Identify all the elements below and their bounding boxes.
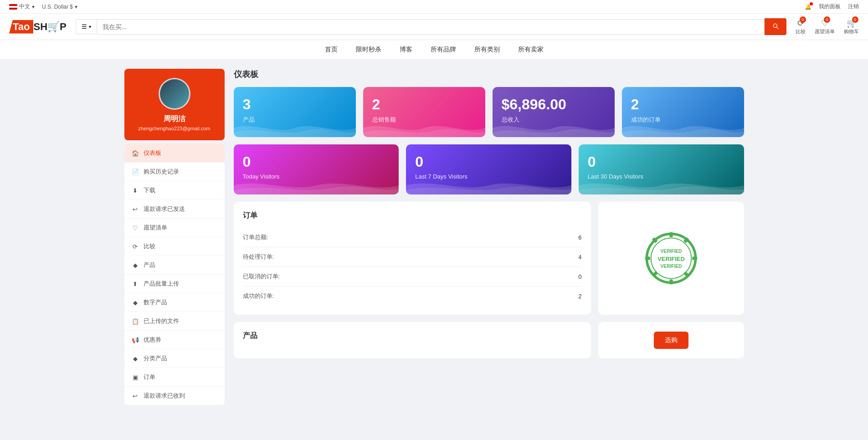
wishlist-label: 愿望清单 bbox=[815, 28, 835, 35]
sidebar-item-purchase-history[interactable]: 📄 购买历史记录 bbox=[124, 163, 225, 181]
nav-home[interactable]: 首页 bbox=[325, 46, 338, 54]
top-bar: 中文 ▾ U.S. Dollar $ ▾ 🔔 我的面板 注销 bbox=[0, 0, 868, 14]
cart-label: 购物车 bbox=[844, 28, 859, 35]
sidebar-item-label: 数字产品 bbox=[144, 298, 167, 307]
sidebar-item-products[interactable]: ◆ 产品 bbox=[124, 256, 225, 275]
stat-cards-row2: 0 Today Visitors 0 Last 7 Days Visitors … bbox=[234, 144, 744, 194]
orders-icon: ▣ bbox=[132, 374, 139, 381]
stat-card-7days-visitors: 0 Last 7 Days Visitors bbox=[406, 144, 571, 194]
avatar-image bbox=[160, 78, 189, 110]
svg-rect-4 bbox=[645, 256, 650, 260]
sidebar-item-bulk-upload[interactable]: ⬆ 产品批量上传 bbox=[124, 275, 225, 293]
orders-panel-title: 订单 bbox=[243, 211, 582, 220]
heart-icon: ♡ bbox=[132, 225, 139, 231]
nav-blog[interactable]: 博客 bbox=[400, 46, 412, 54]
order-row-value: 0 bbox=[578, 273, 581, 280]
sidebar-item-label: 产品批量上传 bbox=[144, 280, 179, 288]
avatar bbox=[159, 78, 190, 110]
sidebar-item-label: 退款请求已收到 bbox=[144, 392, 185, 400]
my-dashboard-link[interactable]: 我的面板 bbox=[819, 3, 841, 10]
home-icon: 🏠 bbox=[132, 150, 139, 157]
select-button[interactable]: 选购 bbox=[654, 332, 688, 349]
sidebar-item-category-products[interactable]: ◆ 分类产品 bbox=[124, 349, 225, 368]
sidebar-item-coupons[interactable]: 📢 优惠券 bbox=[124, 331, 225, 349]
compare-icon: ⟳ bbox=[132, 243, 139, 250]
refund-received-icon: ↩ bbox=[132, 393, 139, 399]
bell-badge bbox=[810, 2, 813, 5]
sidebar-item-label: 比较 bbox=[144, 242, 155, 251]
wave-decoration bbox=[363, 119, 485, 137]
sidebar-menu: 🏠 仪表板 📄 购买历史记录 ⬇ 下载 ↩ 退款请求已发送 ♡ 愿望清单 ⟳ 比 bbox=[124, 144, 225, 405]
category-icon: ◆ bbox=[132, 355, 139, 362]
chevron-down-icon: ▾ bbox=[89, 24, 91, 29]
search-area: ☰ ▾ bbox=[76, 18, 786, 35]
products-panel-title: 产品 bbox=[243, 331, 582, 341]
search-input[interactable] bbox=[97, 19, 765, 35]
currency-label: U.S. Dollar $ bbox=[42, 4, 73, 10]
sidebar: 周明洁 zhengchenghao223@gmail.com 🏠 仪表板 📄 购… bbox=[124, 69, 225, 405]
svg-rect-3 bbox=[669, 279, 673, 284]
profile-name: 周明洁 bbox=[134, 114, 216, 124]
sidebar-item-refund-received[interactable]: ↩ 退款请求已收到 bbox=[124, 387, 225, 405]
diamond-icon: ◆ bbox=[132, 262, 139, 269]
compare-label: 比较 bbox=[796, 28, 806, 35]
logout-link[interactable]: 注销 bbox=[848, 3, 859, 10]
svg-rect-2 bbox=[669, 232, 673, 237]
stat-card-value: 0 bbox=[243, 153, 390, 170]
nav-brands[interactable]: 所有品牌 bbox=[431, 46, 456, 54]
order-row-label: 订单总额: bbox=[243, 233, 268, 241]
sidebar-item-digital-products[interactable]: ◆ 数字产品 bbox=[124, 293, 225, 312]
wave-decoration bbox=[234, 176, 399, 194]
order-row-successful: 成功的订单: 2 bbox=[243, 287, 582, 306]
wishlist-badge: 0 bbox=[824, 16, 830, 23]
stat-card-value: 0 bbox=[588, 153, 735, 170]
refund-icon: ↩ bbox=[132, 206, 139, 213]
sidebar-item-label: 下载 bbox=[144, 186, 155, 194]
sidebar-item-downloads[interactable]: ⬇ 下载 bbox=[124, 181, 225, 200]
bottom-section: 订单 订单总额: 6 待处理订单: 4 已取消的订单: 0 成功的订单: 2 bbox=[234, 202, 744, 315]
lang-selector[interactable]: 中文 ▾ bbox=[9, 3, 35, 10]
top-bar-left: 中文 ▾ U.S. Dollar $ ▾ bbox=[9, 3, 77, 10]
sidebar-item-wishlist[interactable]: ♡ 愿望清单 bbox=[124, 219, 225, 237]
order-row-cancelled: 已取消的订单: 0 bbox=[243, 267, 582, 287]
stat-card-products: 3 产品 bbox=[234, 87, 356, 137]
verified-panel: VERIFIED VERIFIED VERIFIED bbox=[598, 202, 744, 315]
order-row-label: 待处理订单: bbox=[243, 253, 274, 261]
sidebar-item-uploaded-files[interactable]: 📋 已上传的文件 bbox=[124, 312, 225, 331]
sidebar-item-label: 仪表板 bbox=[144, 149, 161, 157]
search-button[interactable] bbox=[765, 18, 786, 35]
cart-button[interactable]: 🛒0 购物车 bbox=[844, 18, 859, 35]
flag-icon bbox=[9, 4, 17, 10]
logo[interactable]: Tao SH🛒P bbox=[9, 20, 67, 34]
nav-sellers[interactable]: 所有卖家 bbox=[518, 46, 544, 54]
currency-selector[interactable]: U.S. Dollar $ ▾ bbox=[42, 4, 77, 10]
chevron-down-icon: ▾ bbox=[32, 4, 35, 10]
nav-flash-sale[interactable]: 限时秒杀 bbox=[356, 46, 381, 54]
sidebar-item-refund-sent[interactable]: ↩ 退款请求已发送 bbox=[124, 200, 225, 219]
sidebar-item-label: 优惠券 bbox=[144, 336, 161, 344]
wave-decoration bbox=[493, 119, 615, 137]
svg-text:VERIFIED: VERIFIED bbox=[660, 249, 682, 254]
stat-card-sales: 2 总销售额 bbox=[363, 87, 485, 137]
wave-decoration bbox=[406, 176, 571, 194]
order-row-label: 已取消的订单: bbox=[243, 272, 280, 281]
compare-button[interactable]: ⟳0 比较 bbox=[796, 18, 806, 35]
logo-tao: Tao bbox=[9, 20, 33, 34]
sidebar-item-orders[interactable]: ▣ 订单 bbox=[124, 368, 225, 387]
cart-badge: 0 bbox=[852, 16, 858, 23]
bell-button[interactable]: 🔔 bbox=[805, 4, 812, 10]
stat-card-value: 2 bbox=[372, 96, 476, 113]
menu-dropdown-button[interactable]: ☰ ▾ bbox=[76, 19, 97, 34]
sidebar-item-label: 分类产品 bbox=[144, 354, 167, 363]
nav-categories[interactable]: 所有类别 bbox=[474, 46, 500, 54]
svg-rect-5 bbox=[692, 256, 697, 260]
sidebar-item-label: 产品 bbox=[144, 261, 155, 269]
search-icon bbox=[772, 22, 779, 30]
svg-text:VERIFIED: VERIFIED bbox=[660, 264, 682, 269]
sidebar-item-compare[interactable]: ⟳ 比较 bbox=[124, 237, 225, 256]
file-icon: 📋 bbox=[132, 318, 139, 325]
select-panel: 选购 bbox=[598, 322, 744, 358]
sidebar-item-dashboard[interactable]: 🏠 仪表板 bbox=[124, 144, 225, 163]
svg-text:VERIFIED: VERIFIED bbox=[657, 256, 685, 262]
wishlist-button[interactable]: ♡0 愿望清单 bbox=[815, 18, 835, 35]
